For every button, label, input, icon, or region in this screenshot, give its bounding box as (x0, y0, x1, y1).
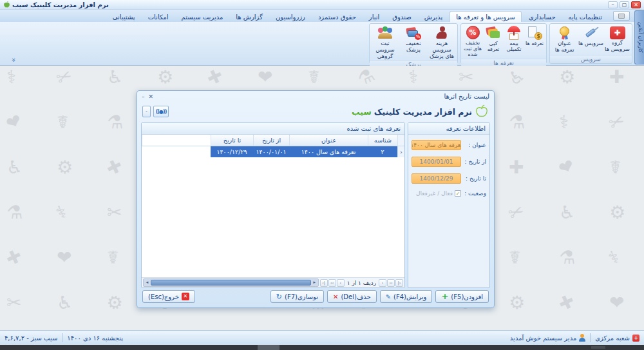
pager-next-button[interactable]: › (379, 279, 386, 287)
table-row[interactable]: ‹۲تعرفه های سال ۱۴۰۰۱۴۰۰/۰۱/۰۱۱۴۰۰/۱۲/۲۹ (142, 146, 404, 157)
insurance-icon (506, 26, 522, 40)
dialog-titlebar[interactable]: – ✕ لیست تاریخ اثرها (137, 91, 494, 102)
tab-10[interactable]: امکانات (142, 12, 175, 22)
tab-8[interactable]: گزارش ها (230, 12, 269, 22)
scroll-left-arrow[interactable]: ◂ (144, 279, 151, 286)
medical-watermark-icon: ⚙ (104, 291, 126, 315)
add-button[interactable]: افزودن(F5) + (435, 290, 489, 303)
tab-2[interactable]: سرویس ها و تعرفه ها (450, 11, 522, 22)
medical-watermark-icon: ✂ (6, 294, 21, 312)
grid-caption: تعرفه های ثبت شده (142, 123, 404, 135)
to-date-field[interactable]: 1400/12/29 (412, 173, 461, 184)
tab-11[interactable]: پشتیبانی (107, 12, 141, 22)
tab-5[interactable]: انبار (363, 12, 385, 22)
tab-3[interactable]: پذیرش (419, 12, 449, 22)
grid-column-header-0[interactable]: شناسه (368, 135, 397, 146)
medical-watermark-icon: ✚ (3, 246, 24, 269)
window-title: نرم افزار مدیریت کلینیک سیب (3, 1, 109, 8)
medical-watermark-icon: ✚ (204, 66, 225, 88)
active-checkbox[interactable]: ✓ (455, 190, 461, 197)
row-cell-id: ۲ (368, 146, 397, 157)
tab-0[interactable]: تنظیمات پایه (563, 12, 608, 22)
tab-4[interactable]: صندوق (386, 12, 417, 22)
status-separator-2 (62, 333, 62, 342)
medical-watermark-icon: ☤ (308, 68, 320, 86)
medical-watermark-icon: ⚙ (57, 159, 73, 177)
from-date-field-label: از تاریخ : (463, 159, 486, 165)
medical-watermark-icon: ✂ (459, 68, 473, 86)
grid-column-header-1[interactable]: عنوان (289, 135, 368, 146)
from-date-field[interactable]: 1400/01/01 (412, 157, 461, 167)
grid-header-filler (142, 135, 211, 146)
quick-access-button[interactable] (613, 11, 630, 21)
grid-column-header-3[interactable]: تا تاریخ (211, 135, 253, 146)
maximize-button[interactable]: ▢ (620, 1, 629, 8)
ribbon: « ✚گروه سرویس هاسرویس هاعنوان تعرفه هاسر… (0, 22, 644, 66)
scroll-right-arrow[interactable]: ▸ (311, 279, 318, 286)
branch-status-item: + شعبه مرکزی (595, 335, 639, 342)
tab-9[interactable]: مدیریت سیستم (176, 12, 229, 22)
dialog-minimize-button[interactable]: – (142, 93, 145, 100)
apple-outline-icon (475, 104, 489, 119)
minimize-button[interactable]: – (608, 1, 618, 8)
ribbon-button-label: گروه سرویس ها (605, 40, 630, 53)
pager-prev-button[interactable]: ‹ (337, 279, 345, 287)
edit-button[interactable]: ویرایش(F4) ✎ (380, 290, 433, 303)
dialog-header: - ((●)) نرم افزار مدیریت کلینیک سیب (137, 102, 494, 121)
ribbon-button-1-3[interactable]: %تخفیف های ثبت شده (462, 25, 483, 59)
horizontal-scrollbar[interactable]: ◂ ▸ (143, 278, 319, 287)
close-button[interactable]: ✕ (631, 1, 641, 8)
ribbon-button-1-1[interactable]: بیمه تکمیلی (504, 25, 524, 59)
delete-button-label: حذف(Del) (341, 293, 370, 300)
medical-watermark-icon: ♿ (506, 66, 528, 89)
dropdown-button[interactable]: - (142, 106, 151, 117)
info-field-row: عنوان :تعرفه های سال ۱۴۰۰ (412, 140, 486, 150)
window-titlebar: نرم افزار مدیریت کلینیک سیب – ▢ ✕ (0, 0, 644, 10)
delete-button[interactable]: حذف(Del) ✕ (327, 290, 377, 303)
medical-watermark-icon: ⚗ (509, 113, 525, 131)
medical-watermark-icon: ☤ (509, 249, 521, 267)
collapse-ribbon-button[interactable]: « (10, 58, 17, 63)
refresh-button[interactable]: نوسازی(F7) ↻ (270, 290, 324, 303)
tab-7[interactable]: رزرواسیون (270, 12, 311, 22)
ribbon-button-2-1[interactable]: %تخفیف پزشک (399, 25, 428, 60)
ribbon-button-1-0[interactable]: $تعرفه ها (524, 25, 545, 59)
info-field-row: از تاریخ :1400/01/01 (412, 157, 486, 167)
ribbon-button-1-2[interactable]: کپی تعرفه (483, 25, 504, 59)
medical-watermark-icon: ✂ (506, 201, 527, 224)
pencil-icon: ✎ (386, 293, 391, 300)
grid-column-header-2[interactable]: از تاریخ (253, 135, 289, 146)
title-field[interactable]: تعرفه های سال ۱۴۰۰ (412, 140, 461, 150)
tab-1[interactable]: حسابداری (523, 12, 562, 22)
to-date-field-label: تا تاریخ : (463, 175, 486, 182)
online-users-tab[interactable]: کاربران آنلاین (634, 10, 644, 64)
row-cell-from: ۱۴۰۰/۰۱/۰۱ (253, 146, 289, 157)
doctor-discount-icon: % (406, 26, 421, 40)
pager-prev-page-button[interactable]: ‹‹ (328, 279, 336, 287)
grid-rows: ‹۲تعرفه های سال ۱۴۰۰۱۴۰۰/۰۱/۰۱۱۴۰۰/۱۲/۲۹ (142, 146, 404, 157)
pager-first-button[interactable]: ‹| (320, 279, 328, 287)
calculator-icon: $ (527, 26, 542, 40)
tariff-info-panel: اطلاعات تعرفه عنوان :تعرفه های سال ۱۴۰۰ا… (408, 122, 490, 288)
dialog-window-controls: – ✕ (142, 93, 153, 100)
welcome-label: مدیر سیستم خوش آمدید (510, 335, 576, 342)
tariff-grid-panel: تعرفه های ثبت شده شناسهعنواناز تاریختا ت… (141, 122, 405, 288)
ribbon-button-label: تعرفه ها (526, 41, 544, 46)
exit-button[interactable]: ✕ خروج(Esc) (142, 290, 195, 303)
tab-6[interactable]: حقوق دستمزد (312, 12, 362, 22)
medical-watermark-icon: ⚕ (408, 68, 418, 86)
ribbon-button-2-0[interactable]: هزینه سرویس های پزشک (428, 25, 456, 60)
ribbon-button-2-2[interactable]: ثبت سرویس گروهی (371, 25, 399, 60)
pager-text: ردیف ۱ از ۱ (347, 280, 376, 286)
pager-last-button[interactable]: |› (395, 279, 403, 287)
ribbon-button-0-0[interactable]: ✚گروه سرویس ها (604, 25, 630, 55)
pager-next-page-button[interactable]: ›› (387, 279, 395, 287)
support-icon-button[interactable]: ((●)) (153, 106, 169, 117)
grid-header-row: شناسهعنواناز تاریختا تاریخ (142, 135, 404, 146)
edit-button-label: ویرایش(F4) (393, 293, 426, 300)
ribbon-button-0-2[interactable]: عنوان تعرفه ها (551, 25, 578, 55)
scrollbar-thumb[interactable] (151, 280, 311, 286)
ribbon-button-0-1[interactable]: سرویس ها (578, 25, 604, 55)
ribbon-button-label: عنوان تعرفه ها (552, 41, 577, 53)
dialog-close-button[interactable]: ✕ (149, 93, 154, 100)
